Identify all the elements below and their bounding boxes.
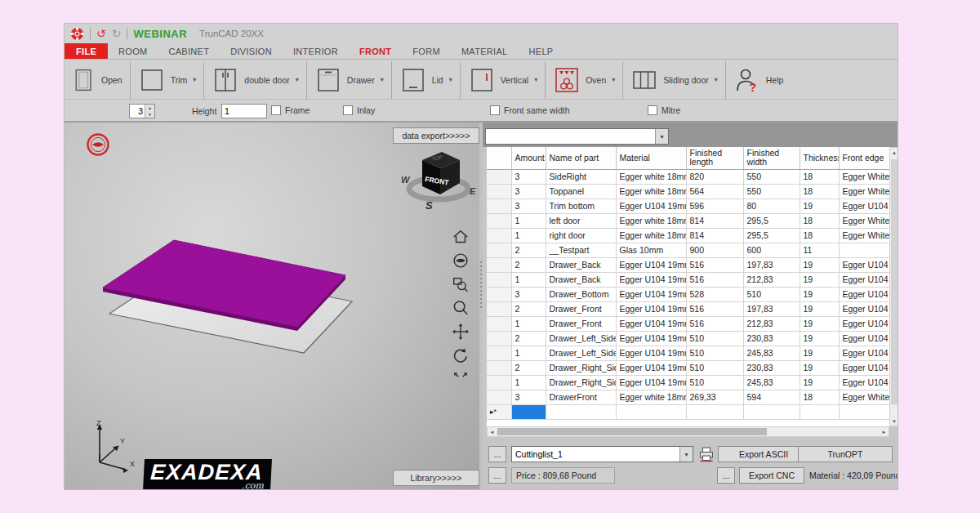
table-cell[interactable]: Egger U104 24,: [839, 257, 889, 272]
menu-material[interactable]: MATERIAL: [451, 43, 519, 59]
table-cell[interactable]: 1: [511, 316, 546, 331]
navigation-cube[interactable]: TOP FRONT W S E: [398, 144, 479, 216]
quantity-stepper[interactable]: 3 ▲ ▼: [129, 104, 155, 118]
table-cell[interactable]: 2: [511, 331, 546, 346]
table-cell[interactable]: Egger U104 19mm: [616, 272, 686, 287]
table-cell[interactable]: Egger U104 19mm: [616, 301, 686, 316]
table-cell[interactable]: 2: [511, 243, 546, 257]
table-cell[interactable]: 3: [511, 184, 546, 199]
table-cell[interactable]: left door: [546, 213, 616, 228]
frame-checkbox[interactable]: Frame: [271, 105, 310, 115]
table-cell[interactable]: [686, 404, 743, 419]
table-cell[interactable]: 19: [800, 316, 839, 331]
table-cell[interactable]: 197,83: [743, 257, 800, 272]
table-cell[interactable]: Drawer_Bottom: [546, 287, 616, 301]
scroll-right-icon[interactable]: ►: [880, 427, 889, 436]
new-row[interactable]: ▸*: [487, 404, 889, 419]
table-cell[interactable]: Egger U104 19mm: [616, 346, 686, 360]
table-cell[interactable]: 550: [743, 169, 800, 184]
column-header[interactable]: Finished length: [686, 147, 743, 169]
table-cell[interactable]: 528: [686, 287, 743, 301]
column-header[interactable]: Name of part: [546, 147, 616, 169]
inlay-checkbox[interactable]: Inlay: [343, 105, 375, 115]
row-selector-header[interactable]: [487, 147, 511, 169]
table-cell[interactable]: Egger white 18mm: [616, 169, 686, 184]
table-row[interactable]: 3Drawer_BottomEgger U104 19mm52851019Egg…: [487, 287, 889, 301]
table-cell[interactable]: 3: [511, 199, 546, 213]
table-cell[interactable]: Egger U104 19mm: [616, 199, 686, 213]
table-row[interactable]: 2__TestpartGlas 10mm90060011: [487, 243, 889, 257]
table-cell[interactable]: Egger U104 24,: [839, 316, 889, 331]
table-cell[interactable]: Drawer_Back: [546, 272, 616, 287]
cuttinglist-combobox[interactable]: ▾: [511, 446, 693, 462]
table-cell[interactable]: Drawer_Left_Side: [546, 346, 616, 360]
toolbar-button-sliding-door[interactable]: Sliding door ▾: [623, 60, 724, 99]
fullscreen-button[interactable]: [450, 369, 471, 389]
row-selector[interactable]: [487, 287, 511, 301]
table-cell[interactable]: 19: [800, 331, 839, 346]
table-cell[interactable]: Egger U104 19mm: [616, 257, 686, 272]
table-cell[interactable]: Egger U104 19mm: [616, 316, 686, 331]
dropdown-arrow-icon[interactable]: ▾: [679, 447, 693, 462]
toolbar-button-lid[interactable]: Lid ▾: [392, 60, 460, 99]
table-cell[interactable]: 230,83: [743, 360, 800, 375]
mitre-checkbox[interactable]: Mitre: [648, 105, 680, 115]
table-cell[interactable]: 516: [686, 272, 743, 287]
export-ascii-button[interactable]: Export ASCII: [718, 446, 809, 462]
menu-division[interactable]: DIVISION: [220, 43, 283, 59]
table-cell[interactable]: 19: [800, 301, 839, 316]
table-cell[interactable]: 19: [800, 257, 839, 272]
parts-filter-combobox[interactable]: ▾: [485, 128, 669, 145]
table-cell[interactable]: Glas 10mm: [616, 243, 686, 257]
toolbar-button-help[interactable]: ? Help: [726, 60, 791, 99]
checkbox-box[interactable]: [271, 105, 281, 115]
3d-viewport[interactable]: data export>>>>> TOP FRONT W S E: [65, 123, 479, 490]
table-cell[interactable]: Drawer_Left_Side: [546, 331, 616, 346]
table-cell[interactable]: Egger white 18mm: [616, 228, 686, 243]
pan-button[interactable]: [450, 322, 471, 341]
table-cell[interactable]: Toppanel: [546, 184, 616, 199]
zoom-region-button[interactable]: [450, 274, 471, 294]
table-cell[interactable]: 1: [511, 272, 546, 287]
cnc-more-button[interactable]: ...: [717, 467, 735, 484]
table-cell[interactable]: Egger white 18mm: [616, 184, 686, 199]
table-row[interactable]: 3Trim bottomEgger U104 19mm5968019Egger …: [487, 199, 889, 213]
table-cell[interactable]: right door: [546, 228, 616, 243]
cuttinglist-input[interactable]: [512, 447, 679, 462]
zoom-button[interactable]: [450, 298, 471, 318]
table-cell[interactable]: __Testpart: [546, 243, 616, 257]
trunopt-button[interactable]: TrunOPT: [798, 446, 893, 462]
checkbox-box[interactable]: [343, 105, 353, 115]
row-selector[interactable]: [487, 272, 511, 287]
table-cell[interactable]: 19: [800, 287, 839, 301]
row-selector[interactable]: [487, 346, 511, 360]
table-cell[interactable]: 19: [800, 360, 839, 375]
checkbox-box[interactable]: [648, 105, 657, 115]
table-cell[interactable]: 3: [511, 169, 546, 184]
undo-icon[interactable]: ↺: [96, 28, 106, 39]
column-header[interactable]: Front edge: [839, 147, 889, 169]
table-cell[interactable]: Egger U104 24,: [839, 301, 889, 316]
table-cell[interactable]: 1: [511, 375, 546, 390]
horizontal-scroll-thumb[interactable]: [497, 428, 767, 435]
table-cell[interactable]: 18: [800, 169, 839, 184]
table-cell[interactable]: 900: [686, 243, 743, 257]
3d-model[interactable]: [77, 233, 371, 371]
dropdown-arrow-icon[interactable]: ▾: [534, 76, 537, 83]
table-cell[interactable]: Egger U104 19mm: [616, 331, 686, 346]
table-cell[interactable]: [743, 404, 800, 419]
column-header[interactable]: Material: [616, 147, 686, 169]
table-cell[interactable]: 18: [800, 228, 839, 243]
menu-cabinet[interactable]: CABINET: [158, 43, 220, 59]
table-row[interactable]: 3SideRightEgger white 18mm82055018Egger …: [487, 169, 889, 184]
table-cell[interactable]: 80: [743, 199, 800, 213]
vertical-scrollbar[interactable]: ▲ ▼: [889, 147, 898, 426]
stepper-buttons[interactable]: ▲ ▼: [145, 105, 154, 118]
toolbar-button-trim[interactable]: Trim ▾: [131, 60, 204, 99]
table-row[interactable]: 2Drawer_Right_SideEgger U104 19mm510230,…: [487, 360, 889, 375]
table-cell[interactable]: 19: [800, 199, 839, 213]
row-selector[interactable]: [487, 390, 511, 404]
table-cell[interactable]: Egger U104 24,: [839, 199, 889, 213]
table-cell[interactable]: Egger U104 24,: [839, 331, 889, 346]
export-cnc-button[interactable]: Export CNC: [739, 467, 804, 484]
